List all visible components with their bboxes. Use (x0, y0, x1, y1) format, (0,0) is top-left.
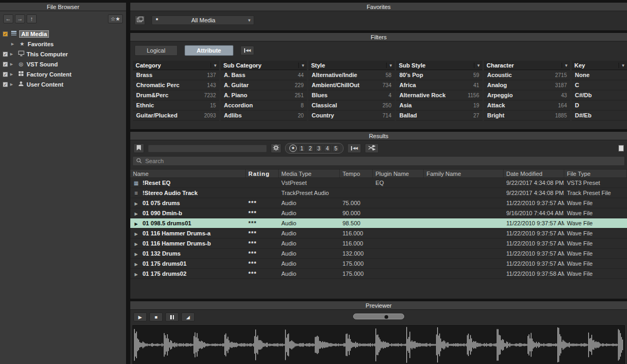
result-row[interactable]: 01 116 Hammer Drums-a *** Audio 116.000 … (130, 228, 627, 239)
reset-results-button[interactable]: ◀◀ (347, 143, 361, 153)
expand-arrow-icon[interactable]: ▶ (10, 72, 15, 77)
tree-item-this-computer[interactable]: ✓ ▶ This Computer (0, 49, 126, 59)
filter-item[interactable]: Country 714 (308, 111, 395, 121)
back-button[interactable]: ← (3, 14, 13, 23)
filter-item[interactable]: Brass 137 (133, 70, 219, 80)
filter-item[interactable]: Drum&Perc 7232 (133, 90, 219, 100)
filter-item[interactable]: Arpeggio 43 (484, 90, 570, 100)
result-row[interactable]: !Reset EQ VstPreset EQ 9/22/2017 4:34:08… (130, 178, 627, 188)
filter-item[interactable]: D#/Eb (572, 111, 627, 121)
chevron-down-icon[interactable]: ▾ (211, 63, 216, 68)
checkbox[interactable]: ✓ (3, 72, 8, 77)
filter-item[interactable]: Ambient/ChillOut 734 (308, 80, 395, 90)
stop-button[interactable]: ■ (149, 312, 163, 321)
filter-item[interactable]: Ethnic 15 (133, 100, 219, 111)
pause-button[interactable] (165, 312, 179, 321)
media-type-icon[interactable] (133, 180, 139, 186)
filter-item[interactable]: A. Piano 251 (221, 90, 307, 100)
checkbox[interactable]: ✓ (3, 31, 8, 37)
filter-column-header[interactable]: Style ▾ (308, 61, 395, 70)
result-row[interactable]: 01 075 drums *** Audio 75.000 11/22/2010… (130, 198, 627, 208)
tree-item-user-content[interactable]: ✓ ▶ User Content (0, 79, 126, 89)
column-header-rating[interactable]: Rating (246, 170, 279, 177)
filter-column-header[interactable]: Character ▾ (484, 61, 570, 70)
column-header-media-type[interactable]: Media Type (279, 170, 340, 177)
waveform-display[interactable] (132, 325, 625, 364)
filter-item[interactable]: Accordion 8 (221, 100, 307, 111)
filter-item[interactable]: Chromatic Perc 143 (133, 80, 219, 90)
expand-arrow-icon[interactable]: ▶ (10, 62, 15, 66)
rating-number-button[interactable]: 1 (298, 145, 305, 152)
media-type-icon[interactable] (133, 250, 139, 257)
filter-item[interactable]: Acoustic 2715 (484, 70, 570, 80)
filter-column-header[interactable]: Category ▾ (133, 61, 219, 70)
rating-number-button[interactable]: 5 (332, 145, 339, 152)
setup-button[interactable] (271, 143, 281, 153)
filter-item[interactable]: Analog 3187 (484, 80, 570, 90)
preview-volume-slider[interactable] (353, 314, 404, 319)
column-header-name[interactable]: Name (130, 170, 246, 177)
expand-arrow-icon[interactable]: ▶ (10, 52, 15, 56)
result-row[interactable]: 01 132 Drums *** Audio 132.000 11/22/201… (130, 249, 627, 259)
tree-item-favorites[interactable]: ▶ ★ Favorites (0, 39, 126, 49)
filter-item[interactable]: A. Bass 44 (221, 70, 307, 80)
checkbox[interactable]: ✓ (3, 62, 8, 67)
result-row[interactable]: 01 175 drums01 *** Audio 175.000 11/22/2… (130, 259, 627, 269)
media-type-icon[interactable] (133, 240, 139, 247)
media-type-icon[interactable] (133, 200, 139, 206)
result-row[interactable]: 01 090 Dmin-b *** Audio 90.000 9/16/2010… (130, 208, 627, 218)
result-rating[interactable]: *** (246, 210, 279, 216)
checkbox[interactable]: ✓ (3, 52, 8, 57)
filter-item[interactable]: Alternative/Indie 58 (308, 70, 395, 80)
expand-arrow-icon[interactable]: ▶ (11, 42, 16, 46)
rating-number-button[interactable]: 3 (315, 145, 322, 152)
filter-item[interactable]: Guitar/Plucked 2093 (133, 111, 219, 121)
filter-item[interactable]: Attack 164 (484, 100, 570, 111)
filter-item[interactable]: Africa 41 (396, 80, 482, 90)
result-row[interactable]: 01 116 Hammer Drums-b *** Audio 116.000 … (130, 239, 627, 249)
filter-item[interactable]: Asia 19 (396, 100, 482, 111)
media-locations-button[interactable] (135, 15, 145, 25)
filter-item[interactable]: Bright 1885 (484, 111, 570, 121)
rating-number-button[interactable]: 4 (324, 145, 331, 152)
attribute-button[interactable]: Attribute (185, 45, 233, 56)
filter-item[interactable]: Classical 250 (308, 100, 395, 111)
filter-column-header[interactable]: Key ▾ (572, 61, 627, 70)
chevron-down-icon[interactable]: ▾ (474, 63, 480, 68)
result-rating[interactable]: *** (246, 260, 279, 267)
filter-item[interactable]: C (572, 80, 627, 90)
result-rating[interactable]: *** (246, 250, 279, 257)
column-header-plugin-name[interactable]: Plugin Name (373, 170, 424, 177)
play-button[interactable]: ▶ (133, 312, 147, 321)
media-type-icon[interactable] (133, 270, 139, 277)
column-header-family-name[interactable]: Family Name (424, 170, 504, 177)
media-type-icon[interactable] (133, 260, 139, 267)
filter-item[interactable]: Blues 4 (308, 90, 395, 100)
column-header-date-modified[interactable]: Date Modified (504, 170, 564, 177)
column-header-tempo[interactable]: Tempo (340, 170, 373, 177)
result-rating[interactable]: *** (246, 240, 279, 247)
result-rating[interactable]: *** (246, 220, 279, 226)
result-rating[interactable]: *** (246, 270, 279, 277)
media-filter-button[interactable] (133, 143, 144, 153)
rating-number-button[interactable]: 2 (307, 145, 314, 152)
tree-item-all-media[interactable]: ✓ All Media (0, 29, 126, 39)
result-rating[interactable]: *** (246, 230, 279, 236)
filter-item[interactable]: Adlibs 20 (221, 111, 307, 121)
slider-knob[interactable] (384, 315, 388, 319)
filter-item[interactable]: D (572, 100, 627, 111)
filter-item[interactable]: A. Guitar 229 (221, 80, 307, 90)
media-type-icon[interactable] (133, 220, 139, 226)
forward-button[interactable]: → (15, 14, 25, 23)
search-input[interactable] (145, 158, 621, 164)
result-row[interactable]: 01 175 drums02 *** Audio 175.000 11/22/2… (130, 269, 627, 279)
filter-column-header[interactable]: Sub Style ▾ (396, 61, 482, 70)
autoplay-button[interactable]: ◢ (181, 312, 195, 321)
media-type-icon[interactable] (133, 210, 139, 216)
chevron-down-icon[interactable]: ▾ (562, 63, 567, 68)
shuffle-button[interactable] (365, 143, 379, 153)
column-header-file-type[interactable]: File Type (564, 170, 627, 177)
reset-filter-button[interactable]: ◀◀ (240, 46, 254, 55)
filter-column-header[interactable]: Sub Category ▾ (221, 61, 307, 70)
result-row[interactable]: 01 098.5 drums01 *** Audio 98.500 11/22/… (130, 218, 627, 228)
